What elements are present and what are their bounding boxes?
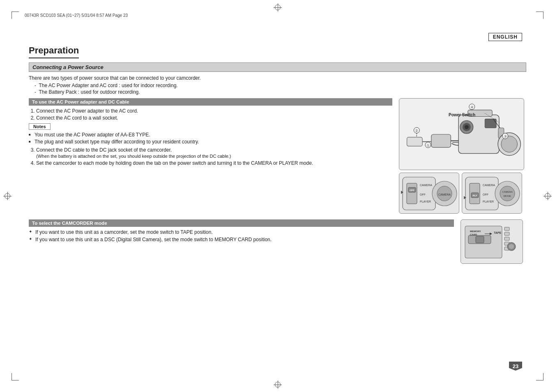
- bottom-section: To select the CAMCORDER mode If you want…: [29, 219, 526, 264]
- svg-point-12: [465, 125, 469, 129]
- reg-mark-left: [3, 192, 12, 200]
- svg-text:OFF: OFF: [483, 193, 488, 196]
- note-2: The plug and wall socket type may differ…: [29, 139, 392, 145]
- svg-text:CAMERA: CAMERA: [483, 184, 495, 187]
- step3-sub: (When the battery is attached on the set…: [36, 154, 392, 159]
- intro-text: There are two types of power source that…: [29, 75, 526, 81]
- step-1: Connect the AC Power adapter to the AC c…: [36, 108, 392, 114]
- svg-text:①: ①: [426, 143, 430, 148]
- image-player-mode: PLY CAMERA OFF PLAYER CAMERA MODE: [462, 173, 522, 214]
- power-switch-label: Power Switch: [449, 113, 475, 117]
- corner-mark-tl: [12, 12, 19, 19]
- steps-list-2: Connect the DC cable to the DC jack sock…: [36, 147, 392, 166]
- svg-rect-0: [407, 137, 423, 146]
- svg-text:PLAYER: PLAYER: [420, 200, 431, 203]
- svg-rect-58: [504, 232, 509, 235]
- svg-rect-59: [504, 237, 509, 240]
- section1-header: Connecting a Power Source: [29, 62, 526, 72]
- svg-text:CAMERA: CAMERA: [420, 184, 432, 187]
- english-badge: ENGLISH: [488, 33, 522, 41]
- svg-text:MEMORY: MEMORY: [470, 230, 481, 233]
- svg-text:③: ③: [504, 134, 507, 138]
- bullet-1: - The AC Power Adapter and AC cord : use…: [35, 83, 526, 88]
- svg-text:CARD: CARD: [470, 233, 477, 236]
- corner-mark-tr: [536, 12, 543, 19]
- reg-mark-bottom: [274, 380, 282, 389]
- corner-mark-bl: [12, 373, 19, 380]
- header: 00743R SCD103 SEA (01~27) 5/31/04 8:57 A…: [25, 13, 530, 18]
- notes-list: You must use the AC Power adapter of AA-…: [29, 132, 392, 145]
- bullet-2: - The Battery Pack : used for outdoor re…: [35, 89, 526, 95]
- svg-point-63: [509, 244, 514, 249]
- svg-rect-26: [407, 183, 417, 204]
- mode-switch-diagram: MEMORY CARD TAPE: [461, 219, 523, 264]
- subsection2-header: To select the CAMCORDER mode: [29, 219, 454, 227]
- page-number: 23: [509, 362, 522, 371]
- svg-text:PLY: PLY: [472, 194, 477, 197]
- step-2: Connect the AC cord to a wall socket.: [36, 115, 392, 121]
- page: 00743R SCD103 SEA (01~27) 5/31/04 8:57 A…: [0, 0, 555, 392]
- svg-rect-51: [476, 236, 484, 243]
- svg-text:TAPE: TAPE: [494, 231, 501, 234]
- svg-text:PLAYER: PLAYER: [483, 200, 494, 203]
- corner-mark-br: [536, 373, 543, 380]
- dsc-item: If you want to use this unit as a DSC (D…: [29, 237, 454, 242]
- svg-point-45: [500, 186, 515, 201]
- svg-text:OFF: OFF: [410, 189, 415, 191]
- step-4: Set the camcorder to each mode by holdin…: [36, 160, 392, 166]
- svg-rect-4: [431, 134, 451, 148]
- svg-text:CAMERA: CAMERA: [438, 193, 451, 196]
- steps-list: Connect the AC Power adapter to the AC c…: [36, 108, 392, 121]
- svg-rect-13: [485, 119, 496, 128]
- right-column: Power Switch ①: [399, 98, 526, 214]
- image-camera-mode: OFF CAMERA OFF PLAYER CAMERA: [399, 173, 459, 214]
- page-title: Preparation: [29, 45, 79, 58]
- camcorder-item: If you want to use this unit as a camcor…: [29, 229, 454, 235]
- svg-text:④: ④: [470, 105, 474, 109]
- svg-rect-57: [504, 227, 509, 231]
- notes-label: Notes: [29, 123, 51, 130]
- bottom-right: MEMORY CARD TAPE: [461, 219, 526, 264]
- step-3: Connect the DC cable to the DC jack sock…: [36, 147, 392, 159]
- svg-text:②: ②: [415, 129, 418, 133]
- svg-text:CAMERA: CAMERA: [502, 191, 513, 193]
- svg-text:MODE: MODE: [504, 195, 511, 197]
- left-column: To use the AC Power adapter and DC Cable…: [29, 98, 392, 214]
- two-column-layout: To use the AC Power adapter and DC Cable…: [29, 98, 526, 214]
- main-content: Preparation Connecting a Power Source Th…: [29, 45, 526, 367]
- images-bottom-row: OFF CAMERA OFF PLAYER CAMERA: [399, 173, 526, 214]
- camcorder-diagram: Power Switch ①: [399, 98, 524, 170]
- file-info: 00743R SCD103 SEA (01~27) 5/31/04 8:57 A…: [25, 13, 128, 18]
- bottom-left: To select the CAMCORDER mode If you want…: [29, 219, 454, 264]
- svg-text:OFF: OFF: [420, 193, 426, 196]
- reg-mark-right: [543, 192, 552, 200]
- bottom-two-col: To select the CAMCORDER mode If you want…: [29, 219, 526, 264]
- reg-mark-top: [274, 3, 282, 12]
- note-1: You must use the AC Power adapter of AA-…: [29, 132, 392, 138]
- subsection1-header: To use the AC Power adapter and DC Cable: [29, 98, 392, 106]
